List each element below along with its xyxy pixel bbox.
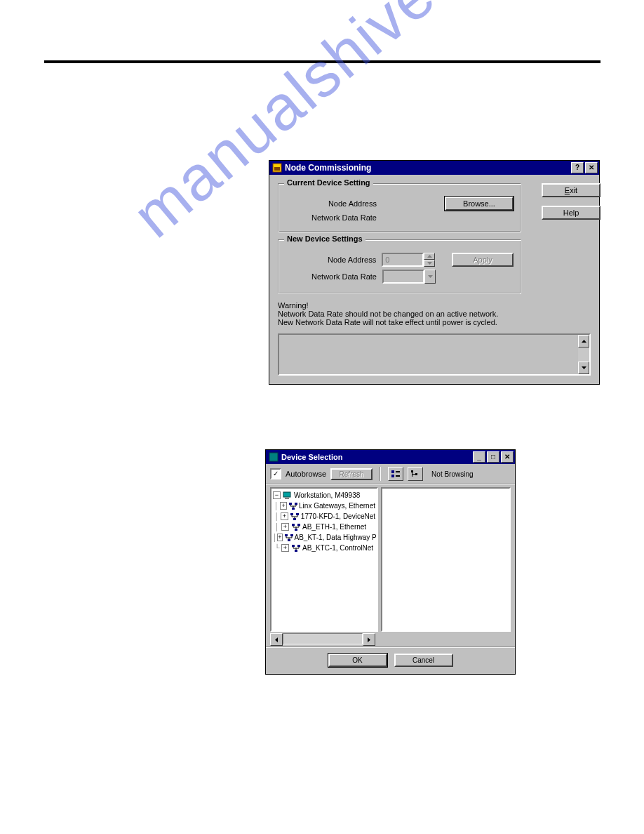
tree-item[interactable]: └+ AB_KTC-1, ControlNet bbox=[273, 543, 375, 553]
new-device-settings-group: New Device Settings Node Address Apply N… bbox=[278, 239, 521, 294]
autobrowse-label: Autobrowse bbox=[286, 470, 326, 478]
computer-icon bbox=[283, 491, 293, 500]
separator bbox=[380, 467, 381, 481]
help-button-icon[interactable]: ? bbox=[571, 162, 584, 173]
node-address-input[interactable] bbox=[382, 253, 424, 267]
tree-item[interactable]: │+ 1770-KFD-1, DeviceNet bbox=[273, 511, 375, 522]
ok-button[interactable]: OK bbox=[328, 654, 387, 667]
apply-button[interactable]: Apply bbox=[452, 253, 514, 267]
scroll-up-icon[interactable] bbox=[578, 335, 589, 348]
svg-rect-14 bbox=[412, 474, 415, 475]
svg-rect-31 bbox=[297, 545, 300, 547]
svg-rect-30 bbox=[292, 545, 295, 547]
maximize-icon[interactable]: □ bbox=[487, 451, 499, 463]
help-button[interactable]: Help bbox=[542, 206, 601, 220]
svg-rect-10 bbox=[391, 475, 394, 477]
svg-rect-29 bbox=[288, 539, 290, 541]
svg-rect-24 bbox=[292, 524, 295, 526]
network-data-rate-input[interactable] bbox=[382, 270, 424, 284]
device-selection-dialog: Device Selection _ □ ✕ ✓ Autobrowse Refr… bbox=[265, 449, 516, 675]
node-address-label: Node Address bbox=[286, 199, 382, 208]
close-button-icon[interactable]: ✕ bbox=[501, 451, 514, 463]
svg-rect-20 bbox=[292, 508, 295, 510]
svg-marker-5 bbox=[582, 340, 586, 343]
svg-marker-6 bbox=[582, 366, 586, 369]
minimize-icon[interactable]: _ bbox=[473, 451, 485, 463]
view-list-icon[interactable] bbox=[388, 467, 403, 481]
view-tree-icon[interactable] bbox=[408, 467, 423, 481]
network-icon bbox=[291, 523, 301, 531]
svg-rect-32 bbox=[295, 550, 297, 552]
svg-rect-12 bbox=[411, 470, 413, 472]
expand-icon[interactable]: + bbox=[277, 534, 282, 541]
dialog-titlebar[interactable]: Node Commissioning ? ✕ bbox=[269, 161, 599, 175]
svg-marker-34 bbox=[368, 637, 370, 642]
log-scrollbar[interactable] bbox=[578, 335, 589, 374]
expand-icon[interactable]: + bbox=[281, 512, 288, 520]
tree-label: 1770-KFD-1, DeviceNet bbox=[301, 512, 375, 520]
network-data-rate-label: Network Data Rate bbox=[286, 272, 382, 281]
svg-rect-16 bbox=[283, 492, 290, 497]
svg-rect-1 bbox=[274, 167, 280, 171]
warning-line: New Network Data Rate will not take effe… bbox=[278, 318, 591, 326]
svg-rect-22 bbox=[296, 513, 299, 515]
network-icon bbox=[289, 502, 297, 510]
expand-icon[interactable]: + bbox=[280, 502, 287, 510]
expand-icon[interactable]: + bbox=[281, 523, 289, 531]
svg-rect-21 bbox=[290, 513, 293, 515]
cancel-button[interactable]: Cancel bbox=[394, 654, 453, 667]
browse-button[interactable]: Browse... bbox=[445, 197, 514, 211]
network-icon bbox=[291, 544, 301, 552]
network-data-rate-label: Network Data Rate bbox=[286, 213, 382, 222]
network-data-rate-combo[interactable] bbox=[382, 270, 436, 284]
device-tree[interactable]: − Workstation, M49938 │+ Linx Gateways, … bbox=[270, 487, 378, 632]
tree-root[interactable]: − Workstation, M49938 bbox=[273, 490, 375, 501]
page-divider bbox=[44, 60, 601, 63]
device-list-pane[interactable] bbox=[381, 487, 511, 632]
right-button-column: Exit Help bbox=[542, 183, 591, 220]
tree-item[interactable]: │+ AB_KT-1, Data Highway P bbox=[273, 532, 375, 543]
spin-down-icon[interactable] bbox=[424, 260, 435, 267]
svg-rect-27 bbox=[285, 534, 288, 536]
dialog-title: Node Commissioning bbox=[285, 163, 371, 173]
svg-rect-28 bbox=[290, 534, 293, 536]
tree-item[interactable]: │+ AB_ETH-1, Ethernet bbox=[273, 522, 375, 532]
warning-line: Network Data Rate should not be changed … bbox=[278, 310, 591, 318]
tree-label: AB_ETH-1, Ethernet bbox=[302, 523, 366, 531]
scroll-track[interactable] bbox=[578, 348, 589, 362]
group-title: New Device Settings bbox=[284, 234, 365, 243]
warning-head: Warning! bbox=[278, 301, 591, 310]
tree-hscroll[interactable] bbox=[270, 633, 375, 644]
expand-icon[interactable]: + bbox=[281, 544, 289, 552]
browse-status: Not Browsing bbox=[431, 470, 473, 478]
tree-item[interactable]: │+ Linx Gateways, Ethernet bbox=[273, 501, 375, 511]
refresh-button[interactable]: Refresh bbox=[330, 468, 373, 480]
collapse-icon[interactable]: − bbox=[273, 491, 281, 499]
svg-rect-11 bbox=[396, 475, 400, 477]
scroll-right-icon[interactable] bbox=[363, 633, 375, 646]
svg-rect-25 bbox=[297, 524, 300, 526]
warning-block: Warning! Network Data Rate should not be… bbox=[278, 301, 591, 326]
chevron-down-icon[interactable] bbox=[424, 270, 436, 284]
tree-label: Workstation, M49938 bbox=[294, 491, 360, 499]
svg-rect-15 bbox=[415, 473, 417, 475]
tree-label: AB_KT-1, Data Highway P bbox=[295, 534, 377, 541]
scroll-left-icon[interactable] bbox=[270, 633, 283, 646]
svg-marker-4 bbox=[428, 275, 433, 278]
svg-rect-19 bbox=[295, 503, 297, 505]
spin-up-icon[interactable] bbox=[424, 253, 435, 260]
autobrowse-checkbox[interactable]: ✓ bbox=[270, 468, 281, 479]
exit-button[interactable]: Exit bbox=[542, 183, 601, 197]
dialog-titlebar[interactable]: Device Selection _ □ ✕ bbox=[266, 450, 515, 464]
dialog-buttons: OK Cancel bbox=[266, 647, 515, 674]
scroll-down-icon[interactable] bbox=[578, 362, 589, 374]
dialog-title: Device Selection bbox=[281, 453, 342, 461]
svg-marker-2 bbox=[427, 255, 432, 258]
svg-rect-17 bbox=[285, 498, 289, 499]
current-device-setting-group: Current Device Setting Node Address Brow… bbox=[278, 183, 521, 232]
scroll-track[interactable] bbox=[283, 633, 363, 644]
svg-marker-33 bbox=[275, 637, 278, 642]
close-button-icon[interactable]: ✕ bbox=[585, 162, 598, 173]
svg-rect-13 bbox=[412, 472, 412, 477]
node-address-spin[interactable] bbox=[382, 253, 435, 267]
